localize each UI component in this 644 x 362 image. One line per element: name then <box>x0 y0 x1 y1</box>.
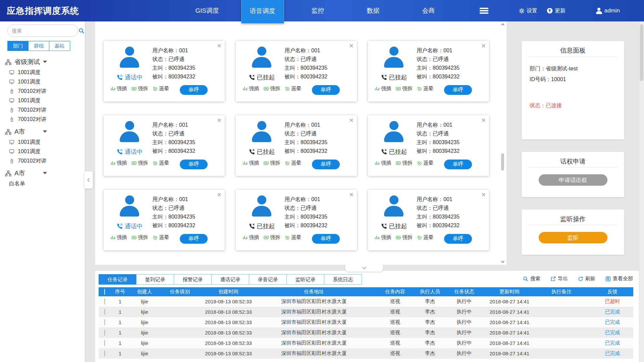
row-checkbox[interactable] <box>104 340 105 346</box>
nav-item-data[interactable]: 数据 <box>345 0 401 21</box>
tree-item[interactable]: 白名单 <box>5 179 82 188</box>
table-row[interactable]: 1 lijie 2018-08-13 08:52:33 深圳市福田区彩田村水源大… <box>99 307 633 317</box>
search-icon[interactable] <box>78 28 85 34</box>
single-call-button[interactable]: 单呼 <box>180 234 208 244</box>
table-refresh-button[interactable]: 刷新 <box>578 276 595 282</box>
remote-stun-button[interactable]: 遥晕 <box>417 234 433 241</box>
tab-base-station[interactable]: 基站 <box>49 41 70 51</box>
nav-item-gis[interactable]: GIS调度 <box>179 0 235 21</box>
tree-item[interactable]: 1001调度 <box>5 96 82 105</box>
force-insert-button[interactable]: 强插 <box>243 85 259 92</box>
page-scrollbar-thumb[interactable] <box>640 24 643 81</box>
monitor-button[interactable]: 监听 <box>539 232 607 243</box>
remote-stun-button[interactable]: 遥晕 <box>153 234 169 241</box>
force-release-button[interactable]: 强拆 <box>131 234 148 241</box>
table-export-button[interactable]: 导出 <box>550 276 568 282</box>
close-icon[interactable]: × <box>217 42 221 50</box>
remote-stun-button[interactable]: 遥晕 <box>285 85 301 92</box>
update-button[interactable]: 更新 <box>547 7 566 14</box>
tab-task-records[interactable]: 任务记录 <box>99 274 137 285</box>
sidebar-collapse-handle[interactable] <box>84 171 93 189</box>
panel-scrollbar[interactable] <box>500 22 505 264</box>
remote-stun-button[interactable]: 遥晕 <box>285 160 301 166</box>
user-menu[interactable]: admin <box>596 7 620 14</box>
cell-feedback[interactable]: 已完成 <box>592 319 633 325</box>
scrollbar-thumb[interactable] <box>501 153 504 171</box>
tree-item[interactable]: 700102对讲 <box>5 105 82 115</box>
tree-group-header[interactable]: 省级测试 <box>5 56 62 68</box>
tree-item[interactable]: 700102对讲 <box>5 86 82 96</box>
single-call-button[interactable]: 单呼 <box>444 160 472 169</box>
cell-feedback[interactable]: 已完成 <box>592 329 633 336</box>
table-row[interactable]: 1 lijie 2018-08-13 08:52:33 深圳市福田区彩田村水源大… <box>99 327 633 338</box>
tab-checkin-records[interactable]: 签到记录 <box>136 274 174 285</box>
tree-item[interactable]: 1001调度 <box>5 77 82 86</box>
tab-department[interactable]: 部门 <box>7 41 29 51</box>
caret-down-icon[interactable] <box>43 130 47 133</box>
force-release-button[interactable]: 强拆 <box>396 85 412 92</box>
close-icon[interactable]: × <box>349 42 354 50</box>
settings-button[interactable]: 设置 <box>519 7 537 14</box>
force-insert-button[interactable]: 强插 <box>375 234 391 241</box>
select-all-checkbox[interactable] <box>104 289 105 295</box>
tree-item[interactable]: 1001调度 <box>5 68 82 77</box>
remote-stun-button[interactable]: 遥晕 <box>153 85 169 92</box>
force-insert-button[interactable]: 强插 <box>375 160 391 166</box>
close-icon[interactable]: × <box>349 191 354 198</box>
tree-item[interactable]: 700102对讲 <box>5 156 82 166</box>
row-checkbox[interactable] <box>104 330 105 336</box>
single-call-button[interactable]: 单呼 <box>180 85 208 95</box>
tab-monitor-records[interactable]: 监听记录 <box>286 274 324 285</box>
table-search-button[interactable]: 搜索 <box>523 276 540 282</box>
row-checkbox[interactable] <box>104 351 105 356</box>
force-release-button[interactable]: 强拆 <box>131 160 148 166</box>
page-scrollbar[interactable] <box>639 21 644 362</box>
single-call-button[interactable]: 单呼 <box>444 85 472 95</box>
cell-feedback[interactable]: 已完成 <box>592 340 633 346</box>
remote-stun-button[interactable]: 遥晕 <box>153 160 169 166</box>
scroll-up-icon[interactable] <box>501 23 504 26</box>
single-call-button[interactable]: 单呼 <box>180 160 208 169</box>
cell-feedback[interactable]: 已完成 <box>592 309 633 315</box>
force-release-button[interactable]: 强拆 <box>264 160 280 166</box>
close-icon[interactable]: × <box>481 191 486 198</box>
remote-stun-button[interactable]: 遥晕 <box>285 234 301 241</box>
row-checkbox[interactable] <box>104 319 105 325</box>
panel-expand-toggle[interactable] <box>345 264 383 272</box>
force-insert-button[interactable]: 强插 <box>110 85 127 92</box>
single-call-button[interactable]: 单呼 <box>444 234 472 244</box>
tree-item[interactable]: 1001调度 <box>5 137 82 147</box>
cell-feedback[interactable]: 已超时 <box>592 298 633 305</box>
search-input[interactable] <box>12 28 78 34</box>
close-icon[interactable]: × <box>217 191 221 198</box>
force-insert-button[interactable]: 强插 <box>110 234 127 241</box>
force-release-button[interactable]: 强拆 <box>396 160 412 166</box>
tab-system-logs[interactable]: 系统日志 <box>324 274 362 285</box>
single-call-button[interactable]: 单呼 <box>312 85 340 95</box>
view-all-button[interactable]: 查看全部 <box>605 276 633 282</box>
force-insert-button[interactable]: 强插 <box>110 160 127 166</box>
apply-talk-permission-button[interactable]: 申请话语权 <box>539 174 607 186</box>
row-checkbox[interactable] <box>104 309 105 315</box>
table-row[interactable]: 1 lijie 2018-08-13 08:52:33 深圳市福田区彩田村水源大… <box>99 296 633 307</box>
force-insert-button[interactable]: 强插 <box>375 85 391 92</box>
force-release-button[interactable]: 强拆 <box>131 85 148 92</box>
cell-feedback[interactable]: 已完成 <box>592 350 633 357</box>
single-call-button[interactable]: 单呼 <box>312 234 340 244</box>
force-release-button[interactable]: 强拆 <box>264 234 280 241</box>
tab-recording-records[interactable]: 录音记录 <box>249 274 287 285</box>
row-checkbox[interactable] <box>104 299 105 304</box>
tree-group-header[interactable]: A市 <box>5 168 62 179</box>
nav-item-monitor[interactable]: 监控 <box>290 0 345 21</box>
table-row[interactable]: 1 lijie 2018-08-13 08:52:33 深圳市福田区彩田村水源大… <box>99 317 633 327</box>
close-icon[interactable]: × <box>481 117 486 124</box>
nav-item-voice-dispatch[interactable]: 语音调度 <box>241 0 284 23</box>
tree-item[interactable]: 700102对讲 <box>5 115 82 124</box>
tree-item[interactable]: 1001调度 <box>5 147 82 156</box>
tab-alarm-records[interactable]: 报警记录 <box>174 274 212 285</box>
force-insert-button[interactable]: 强插 <box>243 234 259 241</box>
close-icon[interactable]: × <box>217 117 221 124</box>
hamburger-menu-icon[interactable] <box>480 6 488 15</box>
single-call-button[interactable]: 单呼 <box>312 160 340 169</box>
remote-stun-button[interactable]: 遥晕 <box>417 85 433 92</box>
